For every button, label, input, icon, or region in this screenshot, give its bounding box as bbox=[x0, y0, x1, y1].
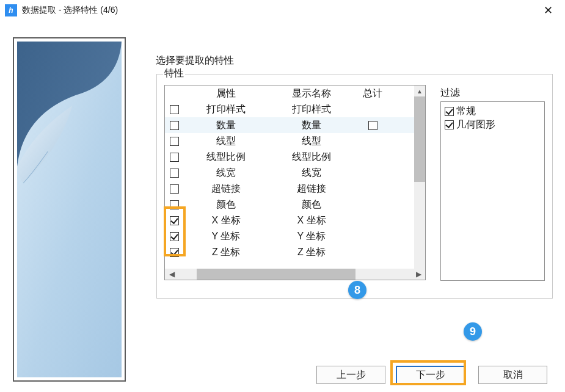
cell-total bbox=[354, 121, 391, 130]
filter-item[interactable]: 几何图形 bbox=[445, 118, 541, 131]
properties-table: 属性显示名称总计打印样式打印样式数量数量线型线型线型比例线型比例线宽线宽超链接超… bbox=[164, 85, 426, 280]
col-header-display: 显示名称 bbox=[269, 87, 354, 100]
filter-list: 常规几何图形 bbox=[440, 101, 545, 281]
row-checkbox[interactable] bbox=[170, 184, 179, 194]
filter-item[interactable]: 常规 bbox=[445, 104, 541, 118]
app-icon: h bbox=[5, 4, 17, 16]
cell-display: 线型比例 bbox=[269, 151, 354, 164]
filter-item-label: 几何图形 bbox=[456, 118, 495, 131]
cell-property: 打印样式 bbox=[183, 103, 269, 116]
table-row[interactable]: X 坐标X 坐标 bbox=[165, 212, 414, 228]
properties-group: 特性 属性显示名称总计打印样式打印样式数量数量线型线型线型比例线型比例线宽线宽超… bbox=[156, 74, 553, 299]
table-horizontal-scrollbar[interactable]: ◀ ▶ bbox=[165, 269, 425, 280]
scroll-thumb[interactable] bbox=[414, 96, 425, 182]
col-header-total: 总计 bbox=[354, 87, 391, 100]
table-row[interactable]: Y 坐标Y 坐标 bbox=[165, 228, 414, 244]
table-row[interactable]: 数量数量 bbox=[165, 117, 414, 133]
col-header-property: 属性 bbox=[183, 87, 269, 100]
table-row[interactable]: 颜色颜色 bbox=[165, 197, 414, 212]
filter-checkbox[interactable] bbox=[445, 107, 454, 116]
row-checkbox[interactable] bbox=[170, 169, 179, 178]
row-checkbox[interactable] bbox=[170, 248, 179, 257]
table-row[interactable]: 线宽线宽 bbox=[165, 165, 414, 181]
window-title: 数据提取 - 选择特性 (4/6) bbox=[22, 5, 538, 16]
cell-display: 数量 bbox=[269, 119, 354, 132]
cell-display: 线型 bbox=[269, 135, 354, 148]
cell-display: Y 坐标 bbox=[269, 230, 354, 243]
cell-property: 数量 bbox=[183, 119, 269, 132]
instruction-text: 选择要提取的特性 bbox=[156, 54, 234, 67]
cell-display: 线宽 bbox=[269, 167, 354, 180]
cell-display: 颜色 bbox=[269, 198, 354, 211]
next-button[interactable]: 下一步 bbox=[396, 366, 465, 384]
hscroll-thumb[interactable] bbox=[197, 269, 355, 280]
table-row[interactable]: Z 坐标Z 坐标 bbox=[165, 244, 414, 260]
table-row[interactable]: 打印样式打印样式 bbox=[165, 101, 414, 117]
cell-property: Z 坐标 bbox=[183, 246, 269, 259]
table-header-row: 属性显示名称总计 bbox=[165, 85, 414, 101]
table-row[interactable]: 线型线型 bbox=[165, 133, 414, 149]
cell-display: X 坐标 bbox=[269, 214, 354, 227]
row-checkbox[interactable] bbox=[170, 216, 179, 225]
close-button[interactable]: ✕ bbox=[538, 2, 559, 18]
properties-group-label: 特性 bbox=[163, 67, 185, 80]
table-row[interactable]: 线型比例线型比例 bbox=[165, 149, 414, 165]
row-checkbox[interactable] bbox=[170, 200, 179, 209]
scroll-right-arrow[interactable]: ▶ bbox=[412, 270, 425, 278]
filter-checkbox[interactable] bbox=[445, 120, 454, 129]
row-checkbox[interactable] bbox=[170, 153, 179, 162]
cell-display: 超链接 bbox=[269, 183, 354, 195]
cell-property: 线宽 bbox=[183, 167, 269, 180]
cell-display: Z 坐标 bbox=[269, 246, 354, 259]
scroll-left-arrow[interactable]: ◀ bbox=[165, 270, 178, 278]
filter-item-label: 常规 bbox=[456, 105, 476, 118]
titlebar: h 数据提取 - 选择特性 (4/6) ✕ bbox=[0, 0, 565, 21]
cell-property: 线型比例 bbox=[183, 151, 269, 164]
row-checkbox[interactable] bbox=[170, 137, 179, 146]
cell-property: 颜色 bbox=[183, 198, 269, 211]
callout-8: 8 bbox=[348, 281, 366, 299]
table-vertical-scrollbar[interactable]: ▲ bbox=[414, 85, 425, 269]
cell-display: 打印样式 bbox=[269, 103, 354, 116]
preview-frame bbox=[13, 37, 126, 382]
row-checkbox[interactable] bbox=[170, 105, 179, 114]
cell-property: 超链接 bbox=[183, 183, 269, 195]
prev-button[interactable]: 上一步 bbox=[316, 366, 385, 384]
total-checkbox[interactable] bbox=[368, 121, 377, 130]
preview-image bbox=[17, 42, 122, 377]
cell-property: X 坐标 bbox=[183, 214, 269, 227]
cell-property: Y 坐标 bbox=[183, 230, 269, 243]
row-checkbox[interactable] bbox=[170, 121, 179, 130]
cell-property: 线型 bbox=[183, 135, 269, 148]
row-checkbox[interactable] bbox=[170, 232, 179, 241]
filter-label: 过滤 bbox=[440, 87, 460, 100]
cancel-button[interactable]: 取消 bbox=[478, 366, 547, 384]
table-row[interactable]: 超链接超链接 bbox=[165, 181, 414, 197]
callout-9: 9 bbox=[464, 322, 482, 341]
scroll-up-arrow[interactable]: ▲ bbox=[414, 85, 425, 96]
